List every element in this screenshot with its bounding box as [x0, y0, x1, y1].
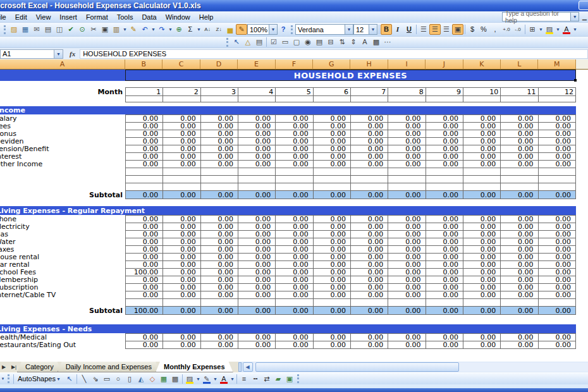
label-icon[interactable]: A — [359, 37, 371, 47]
scrollbar-thumb[interactable] — [255, 362, 459, 372]
spelling-icon[interactable]: ✔ — [65, 24, 77, 35]
title-banner-cell[interactable]: HOUSEHOLD EXPENSES — [125, 70, 576, 81]
cell[interactable] — [388, 95, 426, 102]
sort-ascending-icon[interactable]: A↓ — [202, 24, 213, 35]
cell[interactable] — [426, 95, 463, 102]
line-color-icon[interactable]: ✎ — [201, 374, 212, 384]
cell[interactable] — [200, 95, 238, 102]
bold-icon[interactable]: B — [381, 24, 392, 35]
oval-icon[interactable]: ○ — [113, 374, 124, 384]
font-size-combobox[interactable]: 12▼ — [353, 24, 377, 35]
column-header-I[interactable]: I — [388, 59, 426, 70]
more-controls-icon[interactable]: ⋯ — [382, 37, 393, 47]
cell[interactable]: 0.00 — [500, 190, 538, 199]
cell[interactable] — [350, 95, 388, 102]
threed-style-icon[interactable]: ▣ — [284, 374, 295, 384]
cell[interactable]: 0.00 — [388, 190, 426, 199]
autoshapes-button[interactable]: AutoShapes▼ — [15, 373, 64, 385]
column-header-B[interactable]: B — [125, 59, 162, 70]
cell[interactable]: 0.00 — [275, 341, 313, 349]
cell[interactable]: 0.00 — [125, 190, 163, 199]
chevron-down-icon[interactable]: ▼ — [555, 24, 561, 35]
tab-split-handle[interactable] — [238, 362, 242, 372]
currency-icon[interactable]: $ — [467, 24, 478, 35]
print-icon[interactable]: ▤ — [42, 24, 54, 35]
chevron-down-icon[interactable]: ▼ — [122, 24, 128, 35]
decrease-decimal-icon[interactable]: -.0 — [512, 24, 524, 35]
chevron-down-icon[interactable]: ▼ — [150, 24, 156, 35]
toggle-button-icon[interactable]: ⇅ — [336, 37, 348, 47]
line-style-icon[interactable]: ≡ — [238, 374, 250, 384]
italic-icon[interactable]: I — [392, 24, 403, 35]
spin-button-icon[interactable]: ⇕ — [348, 37, 359, 47]
cell[interactable]: 0.00 — [388, 306, 426, 315]
cell[interactable]: 0.00 — [125, 341, 163, 349]
cell[interactable]: 100.00 — [125, 306, 163, 315]
chevron-down-icon[interactable]: ▼ — [345, 25, 353, 34]
chevron-down-icon[interactable]: ▼ — [570, 13, 579, 21]
select-objects-icon[interactable]: ↖ — [64, 374, 75, 384]
cell[interactable]: 0.00 — [238, 306, 276, 315]
chevron-down-icon[interactable]: ▼ — [230, 374, 235, 384]
research-icon[interactable]: ⊙ — [77, 24, 88, 35]
help-icon[interactable]: ? — [278, 24, 289, 35]
undo-icon[interactable]: ↶ — [139, 24, 150, 35]
cell[interactable]: 1 — [125, 87, 163, 96]
autosum-icon[interactable]: Σ — [185, 24, 196, 35]
cell[interactable]: 0.00 — [313, 341, 351, 349]
text-box-icon[interactable]: ▯ — [124, 374, 135, 384]
zoom-combobox[interactable]: 100%▼ — [247, 24, 278, 35]
align-center-icon[interactable]: ☰ — [429, 24, 441, 35]
workbook-minimize-icon[interactable]: ▁ — [582, 14, 587, 20]
comma-style-icon[interactable]: , — [489, 24, 501, 35]
column-header-L[interactable]: L — [501, 59, 538, 70]
name-box-dropdown-icon[interactable]: ▼ — [54, 49, 63, 59]
scroll-left-icon[interactable]: ◀ — [243, 362, 253, 372]
listbox-icon[interactable]: ▤ — [314, 37, 325, 47]
cell[interactable] — [238, 95, 276, 102]
paste-icon[interactable]: ▥ — [111, 24, 122, 35]
cell[interactable]: 0.00 — [350, 306, 388, 315]
print-preview-icon[interactable]: ◫ — [54, 24, 65, 35]
toolbar-grip[interactable] — [297, 374, 300, 383]
section-header-cell[interactable]: Living Expenses - Needs — [0, 324, 576, 333]
toolbar-grip[interactable] — [226, 38, 229, 47]
chevron-down-icon[interactable]: ▼ — [269, 25, 277, 34]
menu-item-view[interactable]: View — [32, 12, 56, 22]
help-search-input[interactable]: Type a question for help ▼ — [502, 12, 579, 21]
format-painter-icon[interactable]: ✎ — [128, 24, 139, 35]
cell[interactable]: 0.00 — [538, 341, 576, 349]
cell[interactable]: 0.00 — [162, 190, 200, 199]
cell[interactable]: 4 — [238, 87, 276, 96]
menu-item-data[interactable]: Data — [137, 12, 161, 22]
column-header-M[interactable]: M — [538, 59, 575, 70]
cell[interactable]: 0.00 — [463, 341, 501, 349]
drawing-icon[interactable]: ✎ — [236, 24, 247, 35]
chart-wizard-icon[interactable]: ▅ — [224, 24, 236, 35]
cell[interactable]: 8 — [388, 87, 426, 96]
insert-function-icon[interactable]: fx — [70, 50, 75, 58]
cell[interactable]: 0.00 — [200, 306, 238, 315]
line-icon[interactable]: ╲ — [78, 374, 90, 384]
shadow-style-icon[interactable]: ▰ — [273, 374, 284, 384]
cut-icon[interactable]: ✂ — [88, 24, 99, 35]
textbox-icon[interactable]: ▭ — [279, 37, 291, 47]
row-label-cell[interactable]: Subtotal — [0, 190, 125, 199]
tab-daily-income-and-expenses[interactable]: Daily Income and Expenses — [58, 362, 160, 372]
arrow-icon[interactable]: ⇘ — [90, 374, 101, 384]
name-box[interactable]: A1 — [0, 49, 54, 59]
menu-item-insert[interactable]: Insert — [55, 12, 82, 22]
next-sheet-icon[interactable]: ▶ — [0, 362, 9, 372]
borders-icon[interactable]: ⊞ — [527, 24, 538, 35]
diagram-icon[interactable]: ◇ — [147, 374, 158, 384]
merge-center-icon[interactable]: ▣ — [452, 24, 463, 35]
cell[interactable] — [463, 95, 501, 102]
cell[interactable]: 11 — [500, 87, 538, 96]
cell[interactable]: 0.00 — [426, 190, 463, 199]
chevron-down-icon[interactable]: ▼ — [195, 374, 201, 384]
menu-item-format[interactable]: Format — [82, 12, 113, 22]
cell[interactable]: 0.00 — [238, 190, 276, 199]
cell[interactable]: 0.00 — [313, 190, 351, 199]
image-icon[interactable]: ▩ — [371, 37, 382, 47]
menu-item-window[interactable]: Window — [161, 12, 195, 22]
